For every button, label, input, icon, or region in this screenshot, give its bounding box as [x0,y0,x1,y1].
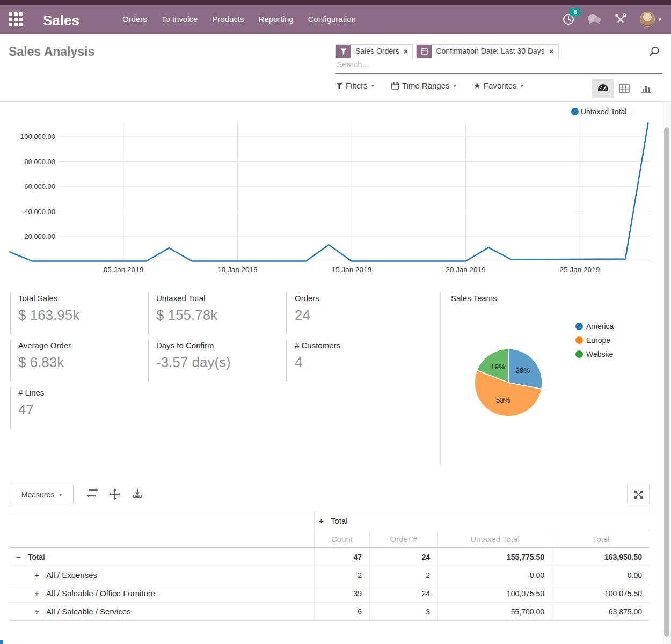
search-icon[interactable] [648,46,660,60]
control-panel: Sales Analysis Sales Orders×Confirmation… [0,34,671,102]
pivot-value-cell[interactable]: 2 [314,566,369,584]
user-menu[interactable]: ▾ [640,12,661,27]
menu-item-reporting[interactable]: Reporting [259,5,294,34]
activities-button[interactable]: 8 [563,13,574,25]
messages-button[interactable] [587,14,601,25]
user-menu-caret-icon: ▾ [658,16,661,23]
favorites-dropdown[interactable]: ★ Favorites ▾ [473,81,523,90]
pie-legend-item-website: Website [575,347,614,361]
time-ranges-dropdown[interactable]: Time Ranges ▾ [391,81,456,90]
flip-axes-button[interactable] [86,488,99,501]
legend-label: Website [586,350,613,358]
kpi-card-untaxed-total[interactable]: Untaxed Total$ 155.78k [148,292,276,334]
pivot-col-header[interactable]: Total [552,530,650,547]
facet-remove-icon[interactable]: × [404,45,413,58]
pivot-col-header[interactable]: Count [314,530,369,547]
y-axis-tick: 80,000.00 [24,158,55,166]
pivot-row: +All / Saleable / Services6355,700.0063,… [10,603,650,621]
pie-legend-item-america: America [575,319,614,333]
search-input[interactable]: Search... [337,60,369,69]
download-xlsx-button[interactable] [132,488,143,501]
kpi-card-days-to-confirm[interactable]: Days to Confirm-3.57 day(s) [148,340,276,382]
wrench-screwdriver-icon [614,13,627,26]
legend-dot [575,323,583,330]
untaxed-total-line [10,122,648,261]
collapse-icon[interactable]: − [16,552,24,561]
legend-dot [575,350,583,358]
pivot-value-cell[interactable]: 0.00 [437,566,552,584]
pie-slice-label: 53% [496,396,510,404]
pivot-row-label[interactable]: +All / Saleable / Office Furniture [10,584,314,602]
menu-item-products[interactable]: Products [212,5,244,34]
caret-down-icon: ▾ [521,83,523,89]
pivot-value-cell[interactable]: 163,950.50 [552,548,650,566]
pivot-value-cell[interactable]: 100,075.50 [552,584,650,602]
pie-legend: AmericaEuropeWebsite [575,319,614,361]
kpi-card-orders[interactable]: Orders24 [286,292,415,334]
pie-slice-label: 28% [515,367,530,375]
pivot-value-cell[interactable]: 39 [314,584,369,602]
fullscreen-button[interactable] [627,485,650,504]
pivot-row-label[interactable]: −Total [10,548,314,566]
pivot-view-button[interactable] [614,79,635,98]
pivot-row: +All / Expenses220.000.00 [10,566,650,584]
search-facets: Sales Orders×Confirmation Date: Last 30 … [336,44,559,58]
facet-remove-icon[interactable]: × [549,45,558,58]
pivot-value-cell[interactable]: 2 [369,566,437,584]
pivot-value-cell[interactable]: 155,775.50 [437,548,552,566]
kpi-card-total-sales[interactable]: Total Sales$ 163.95k [10,292,138,334]
filter-icon [336,45,351,58]
expand-icon[interactable]: + [34,570,42,580]
expand-icon[interactable]: + [34,589,42,598]
pivot-value-cell[interactable]: 3 [369,603,437,620]
expand-icon[interactable]: + [319,516,326,525]
pivot-corner-cell [10,511,314,530]
filters-dropdown[interactable]: Filters ▾ [336,81,374,90]
pivot-value-cell[interactable]: 55,700.00 [437,603,552,620]
pivot-value-cell[interactable]: 63,875.00 [552,603,650,620]
apps-grid-icon[interactable] [9,12,23,26]
debug-tools-button[interactable] [614,13,627,26]
menu-item-configuration[interactable]: Configuration [308,5,356,34]
filter-icon [336,82,343,90]
pivot-value-cell[interactable]: 6 [314,603,369,620]
expand-icon[interactable]: + [34,607,42,616]
menu-item-orders[interactable]: Orders [122,5,147,34]
pivot-value-cell[interactable]: 24 [369,584,437,602]
pivot-col-header[interactable]: Order # [369,530,437,547]
pivot-colgroup-header[interactable]: + Total [314,511,650,530]
pivot-value-cell[interactable]: 24 [369,548,437,566]
x-axis-tick: 10 Jan 2019 [217,266,257,274]
pivot-value-cell[interactable]: 47 [314,548,369,566]
app-name[interactable]: Sales [43,10,79,31]
menu-item-to-invoice[interactable]: To Invoice [162,5,198,34]
pivot-row-label[interactable]: +All / Saleable / Services [10,603,314,620]
kpi-value: $ 163.95k [18,307,138,324]
kpi-card--lines[interactable]: # Lines47 [10,387,138,429]
kpi-label: Average Order [18,341,138,350]
legend-dot [575,336,583,344]
facet-label: Sales Orders [351,45,404,58]
pivot-col-header[interactable]: Untaxed Total [437,530,552,547]
dashboard-view-button[interactable] [592,79,614,98]
scrollbar-thumb[interactable] [664,127,669,637]
pivot-value-cell[interactable]: 100,075.50 [437,584,552,602]
kpi-label: # Customers [295,341,415,350]
pivot-row-label[interactable]: +All / Expenses [10,566,314,584]
y-axis-tick: 40,000.00 [24,208,55,216]
x-axis-tick: 05 Jan 2019 [104,266,143,274]
graph-view-button[interactable] [635,79,657,98]
untaxed-total-line-chart[interactable]: 20,000.0040,000.0060,000.0080,000.00100,… [0,105,662,279]
expand-all-button[interactable] [109,488,121,502]
sales-teams-pie-chart[interactable]: 28%53%19% [472,346,545,419]
kpi-value: 24 [295,307,415,324]
kpi-card-average-order[interactable]: Average Order$ 6.83k [10,340,138,382]
top-menu: OrdersTo InvoiceProductsReportingConfigu… [122,5,356,34]
pivot-value-cell[interactable]: 0.00 [552,566,650,584]
scrollbar-track[interactable] [662,102,671,644]
kpi-label: Total Sales [18,294,138,303]
measures-button[interactable]: Measures ▾ [10,485,74,504]
kpi-card--customers[interactable]: # Customers4 [286,340,415,382]
filters-label: Filters [346,81,368,90]
sales-teams-title: Sales Teams [451,294,497,303]
